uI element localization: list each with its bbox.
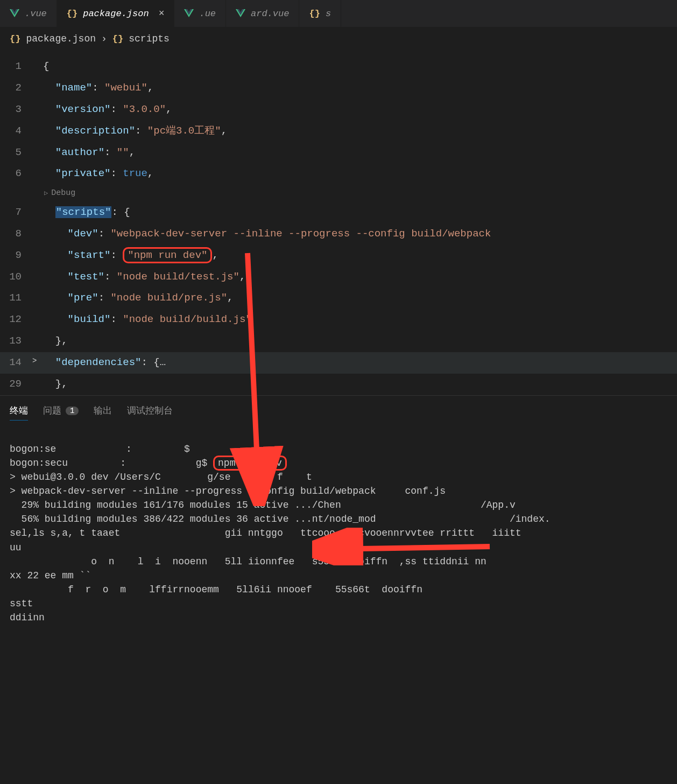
code-line[interactable]: 4 "description": "pc端3.0工程", (0, 121, 677, 142)
code-line[interactable]: 11 "pre": "node build/pre.js", (0, 288, 677, 309)
terminal[interactable]: bogon:se : $bogon:secu : g$ npm run dev>… (0, 426, 677, 625)
chevron-right-icon: › (101, 33, 107, 44)
tab-label: ard.vue (251, 9, 289, 19)
terminal-line: bogon:se : $ (10, 442, 667, 456)
vue-icon (184, 9, 194, 18)
terminal-line: sstt (10, 597, 667, 611)
code-line[interactable]: 9 "start": "npm run dev", (0, 245, 677, 267)
problems-badge: 1 (66, 407, 79, 415)
code-line[interactable]: 8 "dev": "webpack-dev-server --inline --… (0, 223, 677, 245)
tab-vue-1[interactable]: .vue (0, 0, 57, 27)
code-editor[interactable]: 1{2 "name": "webui",3 "version": "3.0.0"… (0, 51, 677, 395)
code-line[interactable]: 29 }, (0, 374, 677, 395)
breadcrumb[interactable]: {} package.json › {} scripts (0, 27, 677, 51)
annotation-highlight-start: "npm run dev" (123, 247, 212, 263)
vue-icon (10, 9, 19, 18)
tab-label: .ue (199, 9, 216, 19)
code-line[interactable]: 12 "build": "node build/build.js" (0, 309, 677, 331)
tab-json-2[interactable]: {} s (299, 0, 341, 27)
debug-codelens[interactable]: ▷Debug (43, 185, 75, 202)
code-line[interactable]: 14> "dependencies": {… (0, 352, 677, 374)
panel-tab-output[interactable]: 输出 (94, 401, 112, 420)
code-line[interactable]: 2 "name": "webui", (0, 78, 677, 99)
terminal-line: > webpack-dev-server --inline --progress… (10, 484, 667, 498)
json-icon: {} (112, 34, 123, 44)
breadcrumb-section: scripts (129, 33, 170, 44)
terminal-line: o n l i nooenn 5ll iionnfee s55t dooiffn… (10, 555, 667, 569)
fold-icon[interactable]: > (32, 352, 43, 374)
panel-tab-debug[interactable]: 调试控制台 (127, 401, 173, 420)
panel-tab-problems[interactable]: 问题1 (43, 401, 79, 420)
close-icon[interactable]: × (159, 8, 165, 19)
code-line[interactable]: 5 "author": "", (0, 142, 677, 164)
json-icon: {} (10, 34, 20, 44)
code-line[interactable]: 3 "version": "3.0.0", (0, 99, 677, 121)
vue-icon (236, 9, 245, 18)
tab-label: package.json (83, 9, 149, 19)
tab-vue-2[interactable]: .ue (174, 0, 226, 27)
editor-tabs: .vue {} package.json × .ue ard.vue {} s (0, 0, 677, 27)
terminal-line: f r o m lffirrnooemm 5ll6ii nnooef 55s66… (10, 583, 667, 597)
panel-tab-terminal[interactable]: 终端 (10, 401, 28, 421)
tab-label: s (326, 9, 331, 19)
annotation-highlight-command: npm run dev (213, 456, 287, 471)
breadcrumb-file: package.json (26, 33, 96, 44)
terminal-line: uu (10, 541, 667, 555)
terminal-line: ddiinn (10, 611, 667, 625)
code-line[interactable]: 1{ (0, 56, 677, 78)
code-line[interactable]: 7 "scripts": { (0, 202, 677, 223)
tab-package-json[interactable]: {} package.json × (57, 0, 175, 27)
panel-tabs: 终端 问题1 输出 调试控制台 (0, 395, 677, 426)
terminal-line: sel,ls s,a, t taaet gii nntggo ttcooo nc… (10, 526, 667, 540)
terminal-line: 29% building modules 161/176 modules 15 … (10, 498, 667, 512)
tab-vue-3[interactable]: ard.vue (226, 0, 299, 27)
json-icon: {} (67, 9, 77, 19)
tab-label: .vue (25, 9, 47, 19)
code-line[interactable]: 6 "private": true, (0, 163, 677, 185)
code-line[interactable]: 10 "test": "node build/test.js", (0, 267, 677, 288)
code-line[interactable]: 13 }, (0, 331, 677, 352)
json-icon: {} (309, 9, 320, 19)
terminal-line: bogon:secu : g$ npm run dev (10, 456, 667, 470)
terminal-line: xx 22 ee mm `` (10, 569, 667, 583)
terminal-line: 56% building modules 386/422 modules 36 … (10, 512, 667, 526)
terminal-line: > webui@3.0.0 dev /Users/C g/se f t (10, 470, 667, 484)
